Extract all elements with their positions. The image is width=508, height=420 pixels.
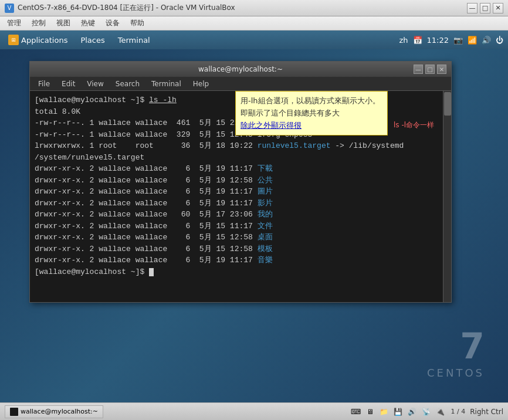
vbox-menu-control[interactable]: 控制 (27, 17, 50, 29)
annotation-box: 用-lh組合選項，以易讀方式來顯示大小。即顯示了這个目錄總共有多大 除此之外顯示… (235, 91, 388, 136)
vbox-bottombar: wallace@mylocalhost:~ ⌨ 🖥 📁 💾 🔊 📡 🔌 1 / … (0, 402, 508, 420)
folder-status-icon: 📁 (378, 406, 390, 418)
terminal-line-11: drwxr-xr-x. 2 wallace wallace 6 5月 15 11… (35, 221, 439, 232)
clock: 11:22 (427, 36, 449, 45)
taskbar-terminal-icon (10, 408, 18, 416)
places-button[interactable]: Places (77, 35, 108, 46)
screen-status-icon: 🖥 (364, 406, 376, 418)
guest-os: ⊞ Applications Places Terminal zh 📅 11:2… (0, 31, 508, 402)
terminal-line-5b: /system/runlevel5.target (35, 152, 439, 164)
terminal-controls: — □ ✕ (414, 65, 446, 74)
terminal-line-7: drwxr-xr-x. 2 wallace wallace 6 5月 19 12… (35, 175, 439, 187)
annotation-side-text: ls -l命令一样 (394, 120, 434, 130)
terminal-menu-view[interactable]: View (81, 79, 109, 89)
vbox-menubar: 管理 控制 视图 热键 设备 帮助 (0, 16, 508, 31)
terminal-titlebar: wallace@mylocalhost:~ — □ ✕ (30, 62, 451, 77)
terminal-menu-help[interactable]: Help (187, 79, 215, 89)
terminal-minimize-button[interactable]: — (414, 65, 423, 74)
volume-icon: 🔊 (482, 36, 491, 45)
os-name: CENTOS (427, 367, 485, 379)
places-label: Places (80, 36, 104, 45)
vbox-titlebar: V CentOS-7-x86_64-DVD-1804 [正在运行] - Orac… (0, 0, 508, 16)
date-icon: 📅 (413, 36, 422, 45)
terminal-line-9: drwxr-xr-x. 2 wallace wallace 6 5月 19 11… (35, 198, 439, 209)
vbox-menu-view[interactable]: 视图 (52, 17, 75, 29)
terminal-menubar: File Edit View Search Terminal Help (30, 77, 451, 91)
language-indicator: zh (399, 36, 408, 45)
terminal-label: Terminal (118, 36, 150, 45)
applications-icon: ⊞ (8, 35, 19, 45)
desktop: V CentOS-7-x86_64-DVD-1804 [正在运行] - Orac… (0, 0, 508, 420)
terminal-line-8: drwxr-xr-x. 2 wallace wallace 6 5月 19 11… (35, 186, 439, 198)
terminal-line-5: lrwxrwxrwx. 1 root root 36 5月 18 10:22 r… (35, 140, 439, 152)
annotation-link[interactable]: 除此之外顯示得很 (241, 121, 302, 130)
taskbar-terminal-item[interactable]: wallace@mylocalhost:~ (5, 405, 103, 418)
guest-topbar-left: ⊞ Applications Places Terminal (5, 33, 154, 46)
vbox-minimize-button[interactable]: — (467, 3, 477, 13)
terminal-maximize-button[interactable]: □ (425, 65, 435, 74)
volume-status-icon: 🔊 (407, 406, 418, 418)
vbox-menu-devices[interactable]: 设备 (101, 17, 124, 29)
terminal-button[interactable]: Terminal (114, 35, 154, 46)
vbox-maximize-button[interactable]: □ (480, 3, 490, 13)
terminal-menu-edit[interactable]: Edit (56, 79, 81, 89)
guest-topbar-right: zh 📅 11:22 📷 📶 🔊 ⏻ (399, 36, 503, 45)
vbox-icon: V (5, 4, 14, 13)
usb-status-icon: 🔌 (435, 406, 446, 418)
guest-desktop: 7 CENTOS wallace@mylocalhost:~ — □ ✕ Fil… (0, 49, 508, 402)
disk-status-icon: 💾 (392, 406, 404, 418)
terminal-scrollbar[interactable] (443, 91, 451, 302)
annotation-text: 用-lh組合選項，以易讀方式來顯示大小。即顯示了這个目錄總共有多大 (241, 96, 380, 117)
vbox-menu-hotkey[interactable]: 热键 (76, 17, 100, 29)
vbox-title: CentOS-7-x86_64-DVD-1804 [正在运行] - Oracle… (18, 3, 467, 13)
terminal-menu-file[interactable]: File (32, 79, 56, 89)
terminal-prompt-end: [wallace@mylocalhost ~]$ (35, 266, 439, 278)
os-watermark: 7 CENTOS (427, 326, 485, 379)
right-ctrl-label: Right Ctrl (470, 408, 503, 416)
vbox-menu-manage[interactable]: 管理 (2, 17, 26, 29)
vbox-menu-help[interactable]: 帮助 (126, 17, 149, 29)
vbox-window-controls: — □ ✕ (467, 3, 503, 13)
applications-label: Applications (21, 36, 67, 45)
keyboard-status-icon: ⌨ (350, 406, 362, 418)
power-icon: ⏻ (496, 36, 503, 45)
guest-topbar: ⊞ Applications Places Terminal zh 📅 11:2… (0, 31, 508, 49)
terminal-line-14: drwxr-xr-x. 2 wallace wallace 6 5月 19 11… (35, 255, 439, 266)
os-version-number: 7 (427, 326, 485, 367)
terminal-line-13: drwxr-xr-x. 2 wallace wallace 6 5月 15 12… (35, 243, 439, 255)
terminal-window: wallace@mylocalhost:~ — □ ✕ File Edit Vi… (29, 61, 452, 303)
taskbar-terminal-label: wallace@mylocalhost:~ (21, 408, 98, 415)
terminal-menu-terminal[interactable]: Terminal (145, 79, 187, 89)
vbox-status-icons: ⌨ 🖥 📁 💾 🔊 📡 🔌 1 / 4 Right Ctrl (350, 406, 503, 418)
applications-button[interactable]: ⊞ Applications (5, 33, 71, 46)
page-indicator: 1 / 4 (451, 408, 466, 415)
terminal-line-10: drwxr-xr-x. 2 wallace wallace 60 5月 17 2… (35, 209, 439, 221)
vbox-close-button[interactable]: ✕ (493, 3, 503, 13)
terminal-menu-search[interactable]: Search (110, 79, 145, 89)
terminal-title: wallace@mylocalhost:~ (198, 65, 283, 73)
screen-icon: 📷 (453, 36, 463, 45)
terminal-line-12: drwxr-xr-x. 2 wallace wallace 6 5月 15 12… (35, 232, 439, 243)
terminal-line-6: drwxr-xr-x. 2 wallace wallace 6 5月 19 11… (35, 163, 439, 175)
network-status-icon: 📡 (421, 406, 432, 418)
terminal-close-button[interactable]: ✕ (437, 65, 446, 74)
network-icon: 📶 (468, 36, 477, 45)
